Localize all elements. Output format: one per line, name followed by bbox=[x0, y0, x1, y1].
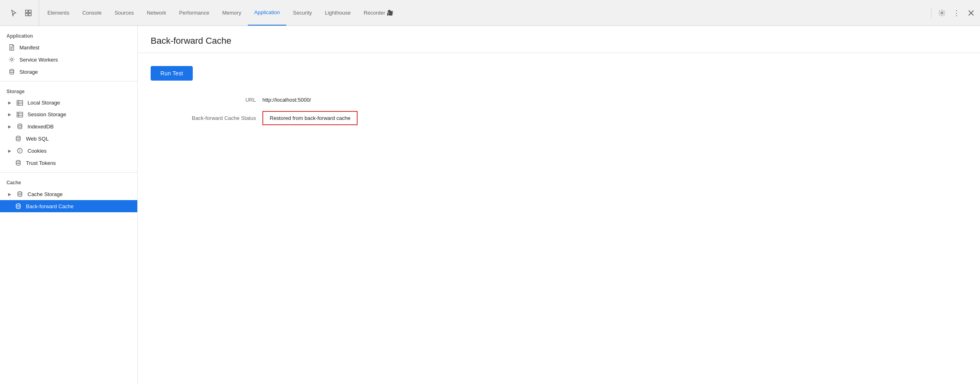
db-icon-websql bbox=[15, 135, 22, 142]
more-options-icon[interactable]: ⋮ bbox=[951, 7, 962, 19]
svg-point-19 bbox=[16, 136, 20, 138]
sidebar-section-storage: Storage bbox=[0, 85, 137, 97]
sidebar-item-storage-main-label: Storage bbox=[19, 69, 38, 75]
tab-sources[interactable]: Sources bbox=[108, 0, 141, 26]
svg-point-4 bbox=[941, 12, 943, 14]
expand-arrow-cache-storage: ▶ bbox=[8, 192, 11, 196]
tab-elements[interactable]: Elements bbox=[41, 0, 76, 26]
settings-icon[interactable] bbox=[936, 7, 948, 19]
tab-memory[interactable]: Memory bbox=[216, 0, 248, 26]
sidebar-item-trust-tokens[interactable]: Trust Tokens bbox=[0, 157, 137, 169]
expand-arrow-session-storage: ▶ bbox=[8, 112, 11, 117]
sidebar-item-trust-tokens-label: Trust Tokens bbox=[26, 160, 56, 166]
svg-point-8 bbox=[11, 59, 13, 61]
content-area: Back-forward Cache Run Test URL http://l… bbox=[138, 26, 980, 384]
sidebar-item-back-forward-cache-label: Back-forward Cache bbox=[26, 203, 74, 209]
cache-status-label: Back-forward Cache Status bbox=[151, 115, 256, 121]
svg-rect-0 bbox=[26, 10, 28, 13]
sidebar-item-cookies[interactable]: ▶ Cookies bbox=[0, 145, 137, 157]
inspect-icon[interactable] bbox=[23, 7, 34, 19]
db-icon-cache bbox=[16, 191, 23, 197]
tab-bar: Elements Console Sources Network Perform… bbox=[0, 0, 980, 26]
sidebar-item-indexeddb-label: IndexedDB bbox=[28, 124, 53, 130]
content-body: Run Test URL http://localhost:5000/ Back… bbox=[138, 53, 980, 138]
svg-point-21 bbox=[19, 149, 19, 150]
sidebar-item-web-sql-label: Web SQL bbox=[26, 136, 49, 142]
url-value: http://localhost:5000/ bbox=[262, 97, 311, 103]
tab-application[interactable]: Application bbox=[248, 0, 287, 26]
sidebar-item-storage-main[interactable]: Storage bbox=[0, 66, 137, 78]
tab-performance[interactable]: Performance bbox=[173, 0, 215, 26]
sidebar-item-back-forward-cache[interactable]: Back-forward Cache bbox=[0, 200, 137, 212]
svg-point-24 bbox=[16, 160, 20, 162]
cache-status-row: Back-forward Cache Status Restored from … bbox=[151, 111, 967, 125]
sidebar-item-local-storage[interactable]: ▶ Local Storage bbox=[0, 97, 137, 109]
info-grid: URL http://localhost:5000/ Back-forward … bbox=[151, 97, 967, 125]
cursor-icon[interactable] bbox=[8, 7, 19, 19]
db-icon-bfc bbox=[15, 203, 22, 209]
svg-point-20 bbox=[17, 148, 22, 153]
database-icon bbox=[8, 68, 15, 75]
url-row: URL http://localhost:5000/ bbox=[151, 97, 967, 103]
svg-point-18 bbox=[18, 124, 22, 126]
tab-bar-actions: ⋮ bbox=[931, 7, 977, 19]
page-title: Back-forward Cache bbox=[138, 26, 980, 53]
gear-icon bbox=[8, 56, 15, 63]
svg-rect-14 bbox=[17, 112, 23, 117]
sidebar-item-session-storage-label: Session Storage bbox=[28, 111, 66, 117]
expand-arrow-indexeddb: ▶ bbox=[8, 124, 11, 129]
sidebar-item-service-workers-label: Service Workers bbox=[19, 57, 58, 63]
expand-arrow-cookies: ▶ bbox=[8, 149, 11, 153]
tab-console[interactable]: Console bbox=[76, 0, 108, 26]
sidebar-item-session-storage[interactable]: ▶ Session Storage bbox=[0, 109, 137, 120]
svg-point-23 bbox=[19, 151, 20, 152]
svg-rect-1 bbox=[29, 10, 31, 13]
sidebar-item-web-sql[interactable]: Web SQL bbox=[0, 132, 137, 145]
run-test-button[interactable]: Run Test bbox=[151, 66, 193, 81]
db-icon-indexed bbox=[16, 123, 23, 130]
cache-status-value: Restored from back-forward cache bbox=[262, 111, 358, 125]
sidebar-section-cache: Cache bbox=[0, 176, 137, 188]
close-icon[interactable] bbox=[965, 7, 977, 19]
tab-lighthouse[interactable]: Lighthouse bbox=[318, 0, 357, 26]
cookie-icon bbox=[16, 147, 23, 154]
main-layout: Application Manifest Service W bbox=[0, 26, 980, 384]
sidebar: Application Manifest Service W bbox=[0, 26, 138, 384]
expand-arrow-local-storage: ▶ bbox=[8, 100, 11, 105]
sidebar-item-cache-storage[interactable]: ▶ Cache Storage bbox=[0, 188, 137, 200]
svg-rect-10 bbox=[17, 100, 23, 105]
svg-rect-3 bbox=[29, 13, 31, 16]
tab-network[interactable]: Network bbox=[141, 0, 173, 26]
sidebar-item-cache-storage-label: Cache Storage bbox=[28, 191, 63, 197]
table-icon-session bbox=[16, 112, 23, 117]
table-icon-local bbox=[16, 100, 23, 106]
file-icon bbox=[8, 44, 15, 51]
svg-point-26 bbox=[16, 204, 20, 205]
url-label: URL bbox=[151, 97, 256, 103]
sidebar-item-manifest[interactable]: Manifest bbox=[0, 41, 137, 53]
sidebar-section-application: Application bbox=[0, 29, 137, 41]
sidebar-item-cookies-label: Cookies bbox=[28, 148, 47, 154]
divider-1 bbox=[0, 81, 137, 81]
tab-security[interactable]: Security bbox=[286, 0, 318, 26]
svg-point-25 bbox=[18, 192, 22, 193]
divider-2 bbox=[0, 172, 137, 173]
svg-point-9 bbox=[10, 69, 14, 71]
sidebar-item-manifest-label: Manifest bbox=[19, 45, 39, 51]
db-icon-trust bbox=[15, 160, 22, 166]
svg-rect-2 bbox=[26, 13, 28, 16]
tab-recorder[interactable]: Recorder 🎥 bbox=[357, 0, 400, 26]
svg-point-22 bbox=[20, 150, 21, 151]
devtools-icons bbox=[3, 0, 39, 26]
sidebar-item-service-workers[interactable]: Service Workers bbox=[0, 53, 137, 66]
sidebar-item-indexeddb[interactable]: ▶ IndexedDB bbox=[0, 120, 137, 132]
sidebar-item-local-storage-label: Local Storage bbox=[28, 100, 60, 106]
